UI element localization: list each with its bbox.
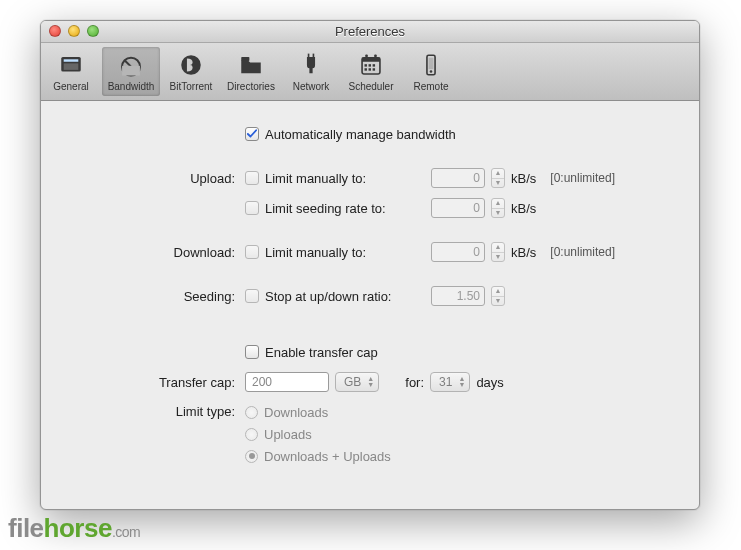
upload-limit-hint: [0:unlimited] (550, 171, 615, 185)
tab-label: Network (293, 81, 330, 92)
svg-rect-10 (362, 57, 380, 61)
bittorrent-icon (178, 52, 204, 78)
tab-bittorrent[interactable]: BitTorrent (162, 47, 220, 96)
tab-bandwidth[interactable]: Bandwidth (102, 47, 160, 96)
tab-remote[interactable]: Remote (402, 47, 460, 96)
chevron-updown-icon: ▲▼ (367, 376, 374, 388)
upload-limit-label: Limit manually to: (265, 171, 425, 186)
cap-value-field[interactable] (245, 372, 329, 392)
section-download-label: Download: (59, 245, 245, 260)
upload-seed-label: Limit seeding rate to: (265, 201, 425, 216)
seeding-stop-field[interactable] (431, 286, 485, 306)
download-limit-unit: kB/s (511, 245, 536, 260)
upload-seed-checkbox[interactable] (245, 201, 259, 215)
content-pane: Automatically manage bandwidth Upload: L… (41, 101, 699, 485)
cap-unit-value: GB (344, 375, 361, 389)
section-transfer-cap-label: Transfer cap: (59, 375, 245, 390)
svg-rect-12 (374, 54, 376, 59)
download-limit-hint: [0:unlimited] (550, 245, 615, 259)
limit-type-downloads-radio[interactable] (245, 406, 258, 419)
svg-rect-13 (365, 64, 367, 66)
svg-rect-4 (122, 65, 140, 75)
watermark-tld: .com (112, 524, 140, 540)
tab-general[interactable]: General (42, 47, 100, 96)
traffic-lights (49, 25, 99, 37)
general-icon (58, 52, 84, 78)
cap-days-value: 31 (439, 375, 452, 389)
limit-type-uploads-radio[interactable] (245, 428, 258, 441)
seeding-stop-checkbox[interactable] (245, 289, 259, 303)
preferences-window: Preferences General Bandwidth BitTorrent… (40, 20, 700, 510)
scheduler-icon (358, 52, 384, 78)
seeding-stop-label: Stop at up/down ratio: (265, 289, 425, 304)
tab-scheduler[interactable]: Scheduler (342, 47, 400, 96)
enable-cap-checkbox[interactable] (245, 345, 259, 359)
download-limit-checkbox[interactable] (245, 245, 259, 259)
limit-type-both-label: Downloads + Uploads (264, 449, 391, 464)
svg-rect-20 (429, 57, 434, 68)
tab-network[interactable]: Network (282, 47, 340, 96)
upload-limit-checkbox[interactable] (245, 171, 259, 185)
network-icon (298, 52, 324, 78)
tab-label: Remote (413, 81, 448, 92)
download-limit-stepper[interactable]: ▲▼ (491, 242, 505, 262)
svg-rect-15 (373, 64, 375, 66)
tab-label: General (53, 81, 89, 92)
section-limit-type-label: Limit type: (59, 401, 245, 419)
tab-label: Bandwidth (108, 81, 155, 92)
svg-rect-6 (241, 56, 249, 60)
upload-limit-field[interactable] (431, 168, 485, 188)
svg-rect-7 (308, 53, 310, 57)
svg-rect-8 (313, 53, 315, 57)
svg-rect-18 (373, 68, 375, 70)
auto-manage-checkbox[interactable] (245, 127, 259, 141)
bandwidth-icon (118, 52, 144, 78)
cap-days-label: days (476, 375, 503, 390)
directories-icon (238, 52, 264, 78)
svg-rect-2 (64, 63, 79, 70)
tab-label: Scheduler (348, 81, 393, 92)
section-seeding-label: Seeding: (59, 289, 245, 304)
download-limit-label: Limit manually to: (265, 245, 425, 260)
svg-rect-16 (365, 68, 367, 70)
minimize-icon[interactable] (68, 25, 80, 37)
limit-type-uploads-label: Uploads (264, 427, 312, 442)
svg-rect-11 (365, 54, 367, 59)
svg-rect-1 (64, 59, 79, 61)
remote-icon (418, 52, 444, 78)
limit-type-both-radio[interactable] (245, 450, 258, 463)
section-upload-label: Upload: (59, 171, 245, 186)
close-icon[interactable] (49, 25, 61, 37)
upload-seed-field[interactable] (431, 198, 485, 218)
tab-label: BitTorrent (170, 81, 213, 92)
upload-limit-unit: kB/s (511, 171, 536, 186)
auto-manage-label: Automatically manage bandwidth (265, 127, 456, 142)
svg-rect-17 (369, 68, 371, 70)
cap-unit-select[interactable]: GB ▲▼ (335, 372, 379, 392)
cap-days-select[interactable]: 31 ▲▼ (430, 372, 470, 392)
enable-cap-label: Enable transfer cap (265, 345, 378, 360)
chevron-updown-icon: ▲▼ (458, 376, 465, 388)
cap-for-label: for: (405, 375, 424, 390)
svg-point-5 (181, 55, 201, 75)
limit-type-downloads-label: Downloads (264, 405, 328, 420)
tab-label: Directories (227, 81, 275, 92)
window-title: Preferences (41, 24, 699, 39)
svg-point-21 (430, 70, 433, 73)
upload-seed-unit: kB/s (511, 201, 536, 216)
zoom-icon[interactable] (87, 25, 99, 37)
upload-limit-stepper[interactable]: ▲▼ (491, 168, 505, 188)
seeding-stop-stepper[interactable]: ▲▼ (491, 286, 505, 306)
watermark: filehorse.com (8, 513, 140, 544)
tab-directories[interactable]: Directories (222, 47, 280, 96)
watermark-p2: horse (44, 513, 112, 543)
toolbar: General Bandwidth BitTorrent Directories… (41, 43, 699, 101)
titlebar: Preferences (41, 21, 699, 43)
upload-seed-stepper[interactable]: ▲▼ (491, 198, 505, 218)
download-limit-field[interactable] (431, 242, 485, 262)
svg-rect-14 (369, 64, 371, 66)
watermark-p1: file (8, 513, 44, 543)
